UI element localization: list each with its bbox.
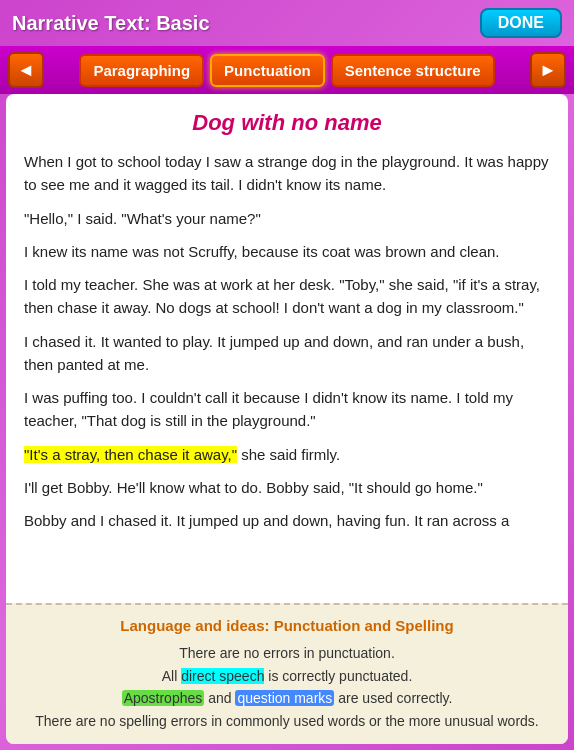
tab-bar: ◄ Paragraphing Punctuation Sentence stru…: [0, 46, 574, 94]
header: Narrative Text: Basic DONE: [0, 0, 574, 46]
paragraph-4: I told my teacher. She was at work at he…: [24, 273, 550, 320]
highlight-question-marks: question marks: [235, 690, 334, 706]
paragraph-9: Bobby and I chased it. It jumped up and …: [24, 509, 550, 532]
story-area: Dog with no name When I got to school to…: [6, 94, 568, 603]
next-arrow-button[interactable]: ►: [530, 52, 566, 88]
prev-arrow-button[interactable]: ◄: [8, 52, 44, 88]
paragraph-3: I knew its name was not Scruffy, because…: [24, 240, 550, 263]
done-button[interactable]: DONE: [480, 8, 562, 38]
tabs-container: Paragraphing Punctuation Sentence struct…: [50, 54, 524, 87]
analysis-line-2: All direct speech is correctly punctuate…: [22, 665, 552, 687]
highlight-apostrophes: Apostrophes: [122, 690, 205, 706]
paragraph-8: I'll get Bobby. He'll know what to do. B…: [24, 476, 550, 499]
main-content: Dog with no name When I got to school to…: [6, 94, 568, 744]
paragraph-6: I was puffing too. I couldn't call it be…: [24, 386, 550, 433]
footer-space: [0, 744, 574, 750]
analysis-line-4: There are no spelling errors in commonly…: [22, 710, 552, 732]
paragraph-1: When I got to school today I saw a stran…: [24, 150, 550, 197]
bottom-panel-title: Language and ideas: Punctuation and Spel…: [22, 617, 552, 634]
highlight-direct-speech: direct speech: [181, 668, 264, 684]
app-title: Narrative Text: Basic: [12, 12, 210, 35]
story-title: Dog with no name: [24, 110, 550, 136]
story-text: When I got to school today I saw a stran…: [24, 150, 550, 532]
tab-paragraphing[interactable]: Paragraphing: [79, 54, 204, 87]
paragraph-5: I chased it. It wanted to play. It jumpe…: [24, 330, 550, 377]
analysis-line-3: Apostrophes and question marks are used …: [22, 687, 552, 709]
highlighted-speech: "It's a stray, then chase it away,": [24, 446, 237, 463]
paragraph-2: "Hello," I said. "What's your name?": [24, 207, 550, 230]
bottom-panel: Language and ideas: Punctuation and Spel…: [6, 603, 568, 744]
app-container: Narrative Text: Basic DONE ◄ Paragraphin…: [0, 0, 574, 750]
paragraph-7: "It's a stray, then chase it away," she …: [24, 443, 550, 466]
bottom-panel-text: There are no errors in punctuation. All …: [22, 642, 552, 732]
tab-sentence-structure[interactable]: Sentence structure: [331, 54, 495, 87]
analysis-line-1: There are no errors in punctuation.: [22, 642, 552, 664]
tab-punctuation[interactable]: Punctuation: [210, 54, 325, 87]
